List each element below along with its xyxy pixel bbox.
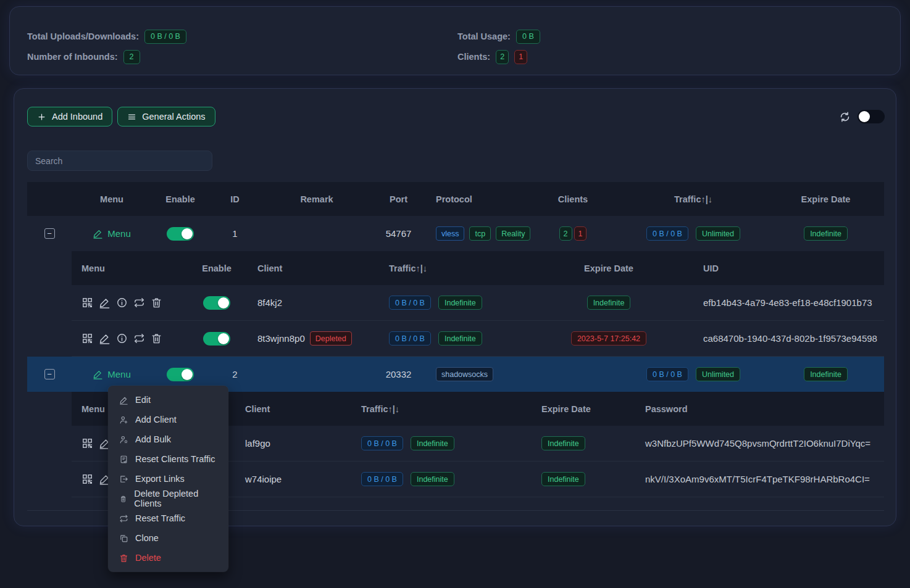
reset-traffic-icon[interactable]	[133, 333, 145, 344]
refresh-icon[interactable]	[839, 111, 851, 123]
clients-depleted-badge: 1	[514, 50, 527, 64]
col-header-uid: UID	[680, 263, 884, 273]
menu-item-clone[interactable]: Clone	[108, 528, 228, 548]
menu-label: Menu	[107, 228, 131, 239]
user-add-icon	[119, 415, 128, 424]
depleted-tag: Depleted	[310, 331, 352, 346]
inbound-menu-button[interactable]: Menu	[93, 369, 131, 379]
clients-table-header: Menu Enable Client Traffic↑|↓ Expire Dat…	[72, 251, 884, 285]
col-header-traffic-sort[interactable]: Traffic↑|↓	[380, 263, 538, 273]
collapse-row-button[interactable]: −	[44, 228, 55, 239]
inbound-clients-count: 2 1	[527, 226, 619, 241]
col-header-traffic-sort[interactable]: Traffic↑|↓	[353, 404, 532, 414]
edit-icon[interactable]	[99, 297, 111, 308]
trash-icon	[119, 553, 128, 563]
col-header-password: Password	[637, 404, 884, 414]
col-header-protocol: Protocol	[425, 194, 527, 204]
traffic-limit-badge: Unlimited	[696, 226, 740, 241]
stats-card: Total Uploads/Downloads: 0 B / 0 B Numbe…	[9, 6, 901, 75]
col-header-enable: Enable	[152, 194, 209, 204]
inbounds-page: Total Uploads/Downloads: 0 B / 0 B Numbe…	[0, 0, 910, 588]
qr-code-icon[interactable]	[81, 333, 93, 344]
traffic-limit-badge: Indefinite	[438, 296, 482, 310]
col-header-menu: Menu	[72, 194, 152, 204]
menu-item-delete[interactable]: Delete	[108, 548, 228, 568]
client-name: laf9go	[235, 438, 353, 449]
col-header-expire-date: Expire Date	[532, 404, 637, 414]
delete-icon[interactable]	[151, 333, 162, 344]
traffic-badge: 0 B / 0 B	[361, 436, 403, 450]
traffic-badge: 0 B / 0 B	[389, 331, 431, 346]
search-input[interactable]	[27, 151, 212, 171]
client-row: 8t3wjnn8p0 Depleted 0 B / 0 B Indefinite…	[72, 321, 884, 357]
toggle-knob	[182, 369, 193, 380]
client-enable-toggle[interactable]	[203, 296, 230, 310]
traffic-badge: 0 B / 0 B	[389, 296, 431, 310]
inbound-traffic: 0 B / 0 B Unlimited	[619, 367, 767, 381]
clients-active-badge: 2	[559, 226, 572, 241]
menu-item-add-bulk[interactable]: Add Bulk	[108, 429, 228, 449]
client-row: 8f4kj2 0 B / 0 B Indefinite Indefinite e…	[72, 285, 884, 321]
info-icon[interactable]	[116, 297, 128, 308]
clients-depleted-badge: 1	[574, 226, 587, 241]
menu-item-export-links[interactable]: Export Links	[108, 469, 228, 489]
expire-badge: Indefinite	[804, 226, 848, 241]
inbound-traffic: 0 B / 0 B Unlimited	[619, 226, 767, 241]
protocol-tag: vless	[436, 226, 464, 241]
qr-code-icon[interactable]	[81, 473, 93, 485]
inbound-port: 20332	[372, 369, 425, 379]
menu-item-add-client[interactable]: Add Client	[108, 410, 228, 429]
reset-traffic-icon[interactable]	[133, 297, 145, 308]
general-actions-label: General Actions	[142, 112, 205, 122]
qr-code-icon[interactable]	[81, 297, 93, 308]
client-name: 8f4kj2	[248, 297, 380, 308]
inbound-id: 2	[209, 369, 261, 379]
edit-icon	[119, 395, 128, 405]
stat-label: Total Usage:	[457, 31, 511, 41]
col-header-traffic-sort[interactable]: Traffic↑|↓	[619, 194, 767, 204]
stat-value-badge: 2	[123, 50, 140, 64]
inbound-id: 1	[209, 228, 261, 239]
edit-icon[interactable]	[99, 333, 111, 344]
general-actions-button[interactable]: General Actions	[117, 107, 215, 126]
traffic-limit-badge: Indefinite	[438, 331, 482, 346]
stat-label: Clients:	[457, 52, 490, 62]
col-header-expire-date: Expire Date	[538, 263, 680, 273]
protocol-tag: tcp	[469, 226, 491, 241]
inbound-menu-button[interactable]: Menu	[93, 228, 131, 239]
col-header-menu: Menu	[72, 263, 186, 273]
inbound-1-clients-table: Menu Enable Client Traffic↑|↓ Expire Dat…	[72, 251, 884, 357]
inbound-row-1: − Menu 1 54767 vless tcp Reality 2 1	[27, 216, 884, 251]
menu-item-edit[interactable]: Edit	[108, 390, 228, 410]
menu-item-delete-depleted-clients[interactable]: Delete Depleted Clients	[108, 489, 228, 508]
qr-code-icon[interactable]	[81, 437, 93, 449]
collapse-row-button[interactable]: −	[44, 369, 55, 379]
client-enable-toggle[interactable]	[203, 332, 230, 346]
stat-total-uploads-downloads: Total Uploads/Downloads: 0 B / 0 B	[27, 29, 457, 44]
clients-active-badge: 2	[496, 50, 509, 64]
toggle-knob	[218, 297, 229, 308]
col-header-clients: Clients	[527, 194, 619, 204]
info-icon[interactable]	[116, 333, 128, 344]
expire-badge: Indefinite	[587, 296, 631, 310]
auto-refresh-toggle[interactable]	[858, 110, 885, 123]
traffic-badge: 0 B / 0 B	[646, 226, 688, 241]
client-password: nkV/I/3XoAm9v6xMT/T5IcrF4TpeTKF98rHARbRo…	[637, 474, 884, 484]
add-inbound-button[interactable]: Add Inbound	[27, 107, 112, 126]
traffic-limit-badge: Indefinite	[411, 472, 454, 486]
menu-item-reset-clients-traffic[interactable]: Reset Clients Traffic	[108, 449, 228, 469]
stat-clients: Clients: 2 1	[457, 49, 900, 64]
toggle-knob	[218, 333, 229, 344]
menu-item-reset-traffic[interactable]: Reset Traffic	[108, 508, 228, 528]
client-name: 8t3wjnn8p0	[257, 333, 305, 344]
inbound-enable-toggle[interactable]	[167, 368, 194, 381]
col-header-remark: Remark	[261, 194, 372, 204]
expire-badge: Indefinite	[804, 367, 848, 381]
inbound-enable-toggle[interactable]	[167, 227, 194, 241]
stat-label: Number of Inbounds:	[27, 52, 118, 62]
delete-icon[interactable]	[151, 297, 162, 308]
expire-badge: Indefinite	[541, 472, 585, 486]
client-traffic: 0 B / 0 B Indefinite	[380, 296, 538, 310]
menu-label: Menu	[107, 369, 131, 379]
inbound-port: 54767	[372, 228, 425, 239]
